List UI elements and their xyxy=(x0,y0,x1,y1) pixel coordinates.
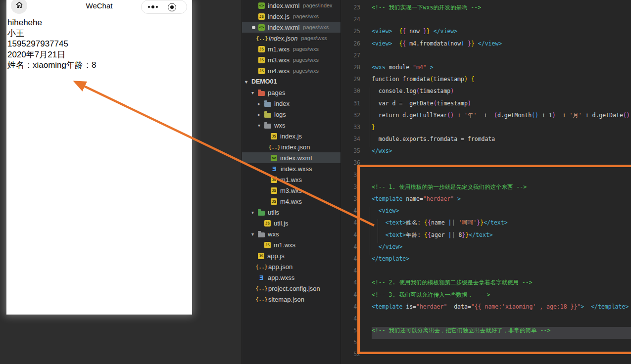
file-path: pages\wxs xyxy=(293,57,319,63)
tree-item-label: project.config.json xyxy=(268,285,320,292)
tree-item-label: m1.wxs xyxy=(274,241,295,249)
folder-icon xyxy=(264,124,271,129)
tree-folder-logs[interactable]: ▸logs xyxy=(242,109,340,120)
file-name: index.js xyxy=(268,13,290,20)
tree-item-label: index xyxy=(274,100,290,107)
code-line-51 xyxy=(372,339,631,351)
js-file-icon: JS xyxy=(258,68,265,74)
code-line-34: module.exports.fromdata = fromdata xyxy=(372,136,631,147)
open-editor-item[interactable]: JSindex.jspages\wxs xyxy=(242,11,340,22)
line-number-23: 23 xyxy=(341,4,360,16)
file-name: m1.wxs xyxy=(268,46,290,53)
open-editor-item[interactable]: JSm4.wxspages\wxs xyxy=(242,65,340,76)
tree-file-index.js[interactable]: JSindex.js xyxy=(242,131,340,141)
line-number-41: 41 xyxy=(341,219,360,231)
code-line-23: <!-- 我们实现一下wxs的开发的晕哟 --> xyxy=(372,4,631,16)
wxml-file-icon: <> xyxy=(271,155,277,161)
open-editor-item[interactable]: {..}index.jsonpages\wxs xyxy=(242,33,340,44)
sim-text-line: hihehehe xyxy=(7,17,190,28)
line-number-42: 42 xyxy=(341,231,360,243)
code-line-41: <text>姓名: {{name || '呵呵'}}</text> xyxy=(372,219,631,231)
code-line-46: <!-- 2. 使用我们的模板额第二步级是去拿着名字就使用 --> xyxy=(372,279,631,291)
tree-folder-index[interactable]: ▸index xyxy=(242,98,340,109)
tree-file-app.js[interactable]: JSapp.js xyxy=(242,250,340,261)
record-dot-icon[interactable] xyxy=(168,3,176,11)
tree-file-index.wxss[interactable]: Ǝindex.wxss xyxy=(242,163,340,174)
code-line-28: <wxs module="m4" > xyxy=(372,64,631,76)
tree-file-util.js[interactable]: JSutil.js xyxy=(242,218,340,228)
project-root-row[interactable]: ▾ DEMO01 xyxy=(242,76,340,87)
chevron-down-icon: ▾ xyxy=(245,79,251,85)
tree-file-sitemap.json[interactable]: {..}sitemap.json xyxy=(242,294,340,305)
open-editor-item[interactable]: JSm3.wxspages\wxs xyxy=(242,54,340,65)
capsule-button[interactable] xyxy=(141,0,187,14)
js-file-icon: JS xyxy=(271,187,277,194)
folder-icon xyxy=(258,91,265,96)
tree-item-label: util.js xyxy=(274,220,289,227)
js-file-icon: JS xyxy=(258,57,265,63)
ellipsis-icon[interactable] xyxy=(142,5,164,8)
tree-file-m4.wxs[interactable]: JSm4.wxs xyxy=(242,196,340,207)
line-number-40: 40 xyxy=(341,207,360,219)
tree-folder-wxs[interactable]: ▾wxs xyxy=(242,120,340,131)
line-number-35: 35 xyxy=(341,147,360,159)
chevron-down-icon: ▾ xyxy=(258,123,264,128)
tree-file-index.json[interactable]: {..}index.json xyxy=(242,141,340,152)
line-number-28: 28 xyxy=(341,64,360,76)
tree-folder-wxs[interactable]: ▾wxs xyxy=(242,228,340,239)
js-file-icon: JS xyxy=(258,253,264,259)
file-name: index.json xyxy=(269,35,298,42)
tree-item-label: logs xyxy=(274,111,286,118)
line-number-44: 44 xyxy=(341,255,360,267)
file-path: pages\index xyxy=(303,2,332,8)
code-line-47: <!-- 3. 我们可以允许传入一些数据， --> xyxy=(372,291,631,303)
tree-item-label: wxs xyxy=(274,122,285,129)
tree-file-app.json[interactable]: {..}app.json xyxy=(242,261,340,272)
open-editor-item[interactable]: <>index.wxmlpages\index xyxy=(242,0,340,11)
file-path: pages\wxs xyxy=(293,13,319,19)
code-line-24 xyxy=(372,16,631,28)
line-number-30: 30 xyxy=(341,88,360,99)
wxss-file-icon: Ǝ xyxy=(258,274,265,281)
tree-file-m1.wxs[interactable]: JSm1.wxs xyxy=(242,174,340,185)
code-editor-panel[interactable]: 2324252627282930313233343536373839404142… xyxy=(340,0,631,364)
tree-file-project.config.json[interactable]: {..}project.config.json xyxy=(242,283,340,294)
folder-icon xyxy=(264,102,271,107)
code-line-43: </view> xyxy=(372,243,631,255)
code-line-48: <template is="herdaer" data="{{ name:'xi… xyxy=(372,303,631,315)
json-file-icon: {..} xyxy=(271,144,278,150)
file-name: index.wxml xyxy=(268,2,299,9)
file-name: index.wxml xyxy=(268,24,299,31)
js-file-icon: JS xyxy=(271,198,277,205)
tree-item-label: index.wxss xyxy=(281,165,312,173)
project-name: DEMO01 xyxy=(251,78,277,85)
open-editor-item[interactable]: <>index.wxmlpages\wxs xyxy=(242,22,340,33)
line-number-29: 29 xyxy=(341,76,360,88)
code-line-27 xyxy=(372,52,631,64)
tree-file-index.wxml[interactable]: <>index.wxml xyxy=(242,152,340,163)
open-editor-item[interactable]: JSm1.wxspages\wxs xyxy=(242,44,340,54)
tree-file-m1.wxs[interactable]: JSm1.wxs xyxy=(242,239,340,250)
tree-folder-utils[interactable]: ▾utils xyxy=(242,207,340,218)
line-number-49: 49 xyxy=(341,315,360,327)
code-line-36 xyxy=(372,159,631,171)
tree-folder-pages[interactable]: ▾pages xyxy=(242,87,340,98)
file-tree: ▾pages▸index▸logs▾wxsJSindex.js{..}index… xyxy=(242,87,340,305)
code-line-39: <template name="herdaer" > xyxy=(372,195,631,207)
code-line-25: <view> {{ now }} </view> xyxy=(372,28,631,40)
tree-file-app.wxss[interactable]: Ǝapp.wxss xyxy=(242,272,340,283)
line-number-25: 25 xyxy=(341,28,360,40)
code-area[interactable]: <!-- 我们实现一下wxs的开发的晕哟 --><view> {{ now }}… xyxy=(372,4,631,363)
wxml-file-icon: <> xyxy=(258,24,265,31)
line-number-48: 48 xyxy=(341,303,360,315)
chevron-down-icon: ▾ xyxy=(251,231,258,237)
js-file-icon: JS xyxy=(258,46,265,52)
line-number-26: 26 xyxy=(341,40,360,52)
code-line-49 xyxy=(372,315,631,327)
indent-guide xyxy=(378,219,378,243)
tree-item-label: m3.wxs xyxy=(280,187,302,194)
sim-text-line: 小王 xyxy=(7,28,190,39)
tree-file-m3.wxs[interactable]: JSm3.wxs xyxy=(242,185,340,196)
file-explorer-panel: <>index.wxmlpages\indexJSindex.jspages\w… xyxy=(242,0,340,364)
modified-dot xyxy=(252,26,255,29)
